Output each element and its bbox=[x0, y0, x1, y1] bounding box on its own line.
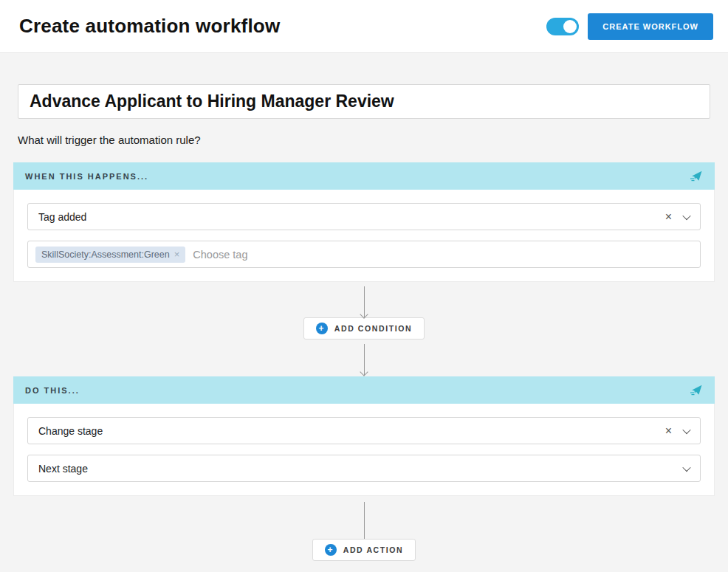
trigger-section-title: WHEN THIS HAPPENS... bbox=[25, 172, 148, 181]
workflow-enabled-toggle[interactable] bbox=[546, 18, 579, 35]
topbar: Create automation workflow CREATE WORKFL… bbox=[0, 0, 728, 53]
paper-plane-icon bbox=[690, 385, 703, 396]
arrow-down-icon bbox=[360, 368, 368, 376]
selected-tag-chip: SkillSociety:Assessment:Green × bbox=[35, 247, 185, 263]
add-condition-label: ADD CONDITION bbox=[334, 324, 412, 333]
action-type-value: Change stage bbox=[38, 425, 103, 437]
create-workflow-button[interactable]: CREATE WORKFLOW bbox=[588, 13, 713, 40]
plus-icon: + bbox=[325, 544, 337, 556]
plus-icon: + bbox=[316, 323, 328, 334]
trigger-question-text: What will trigger the automation rule? bbox=[18, 134, 710, 146]
trigger-section-header: WHEN THIS HAPPENS... bbox=[13, 162, 715, 190]
connector-arrow bbox=[13, 344, 715, 375]
chevron-down-icon bbox=[682, 425, 690, 433]
connector-plain bbox=[13, 502, 715, 539]
workflow-name-input[interactable] bbox=[18, 84, 710, 119]
selected-tag-label: SkillSociety:Assessment:Green bbox=[41, 249, 170, 260]
remove-tag-icon[interactable]: × bbox=[174, 249, 180, 259]
tag-input-placeholder: Choose tag bbox=[193, 249, 247, 261]
topbar-actions: CREATE WORKFLOW bbox=[546, 13, 713, 40]
trigger-type-value: Tag added bbox=[38, 211, 86, 223]
add-action-button[interactable]: + ADD ACTION bbox=[312, 539, 416, 561]
action-section-title: DO THIS... bbox=[25, 386, 80, 395]
action-section-body: Change stage × Next stage bbox=[13, 404, 715, 496]
connector-line bbox=[364, 502, 365, 539]
toggle-knob bbox=[563, 20, 577, 33]
trigger-section-body: Tag added × SkillSociety:Assessment:Gree… bbox=[13, 190, 715, 282]
add-action-label: ADD ACTION bbox=[343, 545, 404, 554]
action-type-select[interactable]: Change stage × bbox=[27, 417, 701, 444]
action-section-header: DO THIS... bbox=[13, 376, 715, 404]
action-section: DO THIS... Change stage × Next stage bbox=[13, 376, 715, 496]
page-title: Create automation workflow bbox=[19, 15, 280, 38]
clear-action-icon[interactable]: × bbox=[665, 425, 672, 437]
main-content: What will trigger the automation rule? W… bbox=[0, 53, 728, 572]
trigger-type-select[interactable]: Tag added × bbox=[27, 203, 701, 230]
paper-plane-icon bbox=[690, 170, 703, 182]
add-condition-button[interactable]: + ADD CONDITION bbox=[303, 317, 425, 340]
clear-trigger-icon[interactable]: × bbox=[665, 211, 672, 223]
chevron-down-icon bbox=[682, 211, 690, 219]
stage-select-value: Next stage bbox=[38, 463, 88, 475]
trigger-section: WHEN THIS HAPPENS... Tag added × Skill bbox=[13, 162, 715, 282]
chevron-down-icon bbox=[682, 463, 690, 471]
tag-select-input[interactable]: SkillSociety:Assessment:Green × Choose t… bbox=[27, 241, 701, 268]
connector-arrow bbox=[13, 286, 715, 317]
stage-select[interactable]: Next stage bbox=[27, 455, 701, 482]
